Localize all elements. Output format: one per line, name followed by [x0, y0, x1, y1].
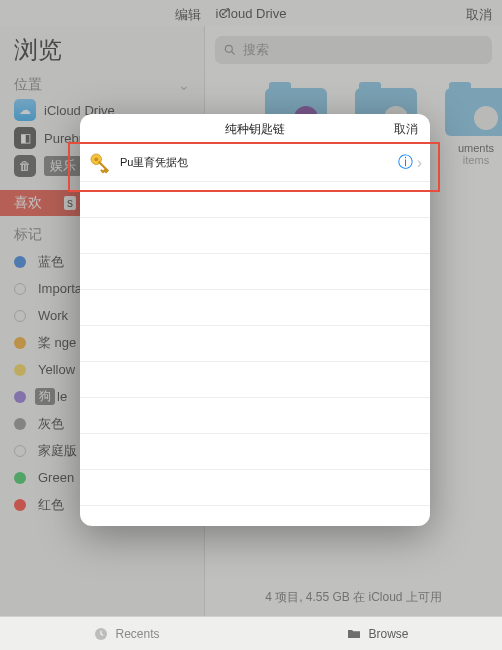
folder-icon [346, 626, 362, 642]
list-row-empty [80, 362, 430, 398]
list-row-empty [80, 218, 430, 254]
tab-label: Recents [115, 627, 159, 641]
list-row-empty [80, 434, 430, 470]
tab-label: Browse [368, 627, 408, 641]
tab-browse[interactable]: Browse [346, 626, 408, 642]
list-row-empty [80, 470, 430, 506]
keychain-item-label: Pu里育凭据包 [120, 155, 188, 170]
modal-header: 纯种钥匙链 取消 [80, 114, 430, 144]
list-row-empty [80, 290, 430, 326]
chevron-right-icon: › [417, 154, 422, 172]
tab-recents[interactable]: Recents [93, 626, 159, 642]
list-row-empty [80, 254, 430, 290]
keychain-item[interactable]: Pu里育凭据包 ⓘ › [80, 144, 430, 182]
list-row-empty [80, 326, 430, 362]
modal-cancel-button[interactable]: 取消 [394, 121, 418, 138]
keychain-modal: 纯种钥匙链 取消 Pu里育凭据包 ⓘ › [80, 114, 430, 526]
tab-bar: Recents Browse [0, 616, 502, 650]
key-icon [88, 151, 112, 175]
info-icon[interactable]: ⓘ [398, 153, 413, 172]
clock-icon [93, 626, 109, 642]
list-row-empty [80, 398, 430, 434]
modal-title: 纯种钥匙链 [225, 121, 285, 138]
list-row-empty [80, 182, 430, 218]
svg-point-4 [94, 157, 98, 161]
